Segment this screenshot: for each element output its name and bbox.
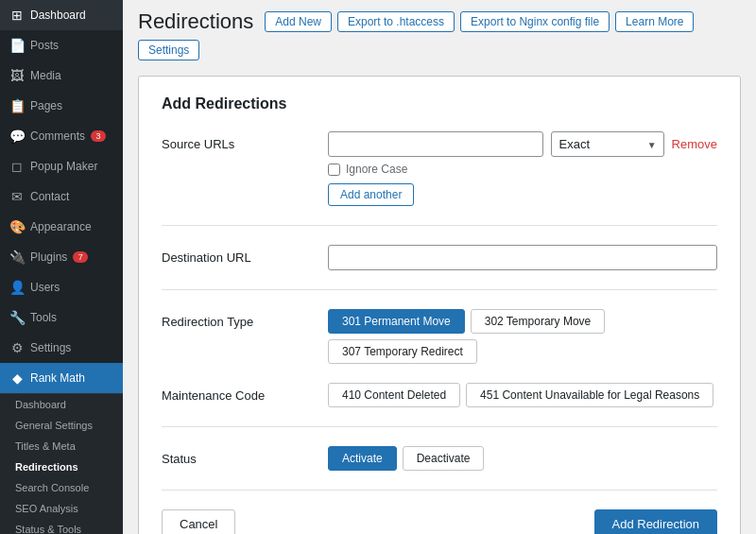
sidebar-item-media[interactable]: 🖼 Media bbox=[0, 60, 123, 91]
maintenance-code-row: Maintenance Code 410 Content Deleted 451… bbox=[162, 383, 717, 407]
media-icon: 🖼 bbox=[9, 68, 25, 83]
sidebar-item-plugins[interactable]: 🔌 Plugins 7 bbox=[0, 242, 123, 272]
card-title: Add Redirections bbox=[162, 95, 717, 112]
rank-math-submenu: Dashboard General Settings Titles & Meta… bbox=[0, 393, 123, 534]
divider-1 bbox=[162, 225, 717, 226]
deactivate-button[interactable]: Deactivate bbox=[403, 446, 485, 471]
export-htaccess-button[interactable]: Export to .htaccess bbox=[337, 11, 455, 32]
status-control: Activate Deactivate bbox=[328, 446, 717, 471]
destination-url-control bbox=[328, 245, 717, 270]
divider-2 bbox=[162, 289, 717, 290]
match-type-select[interactable]: Exact Contains Starts With Ends With Reg… bbox=[551, 131, 664, 157]
activate-button[interactable]: Activate bbox=[328, 446, 397, 471]
tools-icon: 🔧 bbox=[9, 310, 25, 325]
ignore-case-row: Ignore Case bbox=[328, 163, 717, 176]
learn-more-button[interactable]: Learn More bbox=[615, 11, 694, 32]
submenu-dashboard[interactable]: Dashboard bbox=[0, 394, 123, 415]
sidebar-item-settings[interactable]: ⚙ Settings bbox=[0, 333, 123, 363]
redirection-type-row: Redirection Type 301 Permanent Move 302 … bbox=[162, 309, 717, 364]
settings-icon: ⚙ bbox=[9, 340, 25, 355]
footer-row: Cancel Add Redirection bbox=[162, 509, 717, 534]
add-redirection-button[interactable]: Add Redirection bbox=[594, 509, 718, 534]
submenu-search-console[interactable]: Search Console bbox=[0, 477, 123, 498]
type-301-button[interactable]: 301 Permanent Move bbox=[328, 309, 465, 334]
maintenance-code-group: 410 Content Deleted 451 Content Unavaila… bbox=[328, 383, 717, 407]
page-title: Redirections bbox=[138, 9, 253, 34]
source-urls-label: Source URLs bbox=[162, 131, 313, 151]
maintenance-code-label: Maintenance Code bbox=[162, 383, 313, 403]
comments-badge: 3 bbox=[91, 130, 106, 142]
code-410-button[interactable]: 410 Content Deleted bbox=[328, 383, 460, 407]
status-group: Activate Deactivate bbox=[328, 446, 717, 471]
submenu-status[interactable]: Status & Tools bbox=[0, 519, 123, 534]
divider-4 bbox=[162, 490, 717, 491]
sidebar-item-rank-math[interactable]: ◆ Rank Math bbox=[0, 363, 123, 393]
sidebar-item-users[interactable]: 👤 Users bbox=[0, 272, 123, 302]
add-redirections-card: Add Redirections Source URLs Exact Conta… bbox=[138, 76, 741, 534]
export-nginx-button[interactable]: Export to Nginx config file bbox=[460, 11, 610, 32]
submenu-titles[interactable]: Titles & Meta bbox=[0, 436, 123, 456]
redirection-type-control: 301 Permanent Move 302 Temporary Move 30… bbox=[328, 309, 717, 364]
posts-icon: 📄 bbox=[9, 38, 25, 53]
submenu-redirections[interactable]: Redirections bbox=[0, 456, 123, 477]
plugins-icon: 🔌 bbox=[9, 250, 25, 265]
ignore-case-checkbox[interactable] bbox=[328, 164, 340, 176]
users-icon: 👤 bbox=[9, 280, 25, 295]
divider-3 bbox=[162, 426, 717, 427]
main-area: Redirections Add New Export to .htaccess… bbox=[123, 0, 756, 534]
type-302-button[interactable]: 302 Temporary Move bbox=[471, 309, 606, 334]
sidebar: ⊞ Dashboard 📄 Posts 🖼 Media 📋 Pages 💬 Co… bbox=[0, 0, 123, 534]
contact-icon: ✉ bbox=[9, 189, 25, 204]
redirection-type-group: 301 Permanent Move 302 Temporary Move 30… bbox=[328, 309, 717, 364]
source-url-inputs: Exact Contains Starts With Ends With Reg… bbox=[328, 131, 717, 157]
destination-url-label: Destination URL bbox=[162, 245, 313, 265]
content-area: Add Redirections Source URLs Exact Conta… bbox=[123, 60, 756, 534]
sidebar-item-dashboard[interactable]: ⊞ Dashboard bbox=[0, 0, 123, 30]
status-label: Status bbox=[162, 446, 313, 466]
submenu-general[interactable]: General Settings bbox=[0, 415, 123, 436]
destination-url-input[interactable] bbox=[328, 245, 717, 270]
cancel-button[interactable]: Cancel bbox=[162, 509, 235, 534]
sidebar-item-pages[interactable]: 📋 Pages bbox=[0, 91, 123, 121]
source-urls-row: Source URLs Exact Contains Starts With E… bbox=[162, 131, 717, 206]
code-451-button[interactable]: 451 Content Unavailable for Legal Reason… bbox=[466, 383, 713, 407]
popup-icon: ◻ bbox=[9, 159, 25, 174]
plugins-badge: 7 bbox=[73, 251, 88, 263]
appearance-icon: 🎨 bbox=[9, 219, 25, 234]
rank-math-icon: ◆ bbox=[9, 370, 25, 386]
page-header: Redirections Add New Export to .htaccess… bbox=[123, 0, 756, 60]
comments-icon: 💬 bbox=[9, 129, 25, 144]
sidebar-item-appearance[interactable]: 🎨 Appearance bbox=[0, 212, 123, 242]
sidebar-item-contact[interactable]: ✉ Contact bbox=[0, 181, 123, 212]
sidebar-item-comments[interactable]: 💬 Comments 3 bbox=[0, 121, 123, 151]
maintenance-code-control: 410 Content Deleted 451 Content Unavaila… bbox=[328, 383, 717, 407]
ignore-case-label[interactable]: Ignore Case bbox=[346, 163, 407, 176]
source-url-input[interactable] bbox=[328, 131, 543, 157]
sidebar-item-posts[interactable]: 📄 Posts bbox=[0, 30, 123, 60]
settings-button[interactable]: Settings bbox=[138, 40, 199, 60]
type-307-button[interactable]: 307 Temporary Redirect bbox=[328, 339, 477, 364]
remove-link[interactable]: Remove bbox=[672, 137, 717, 151]
pages-icon: 📋 bbox=[9, 98, 25, 113]
redirection-type-label: Redirection Type bbox=[162, 309, 313, 329]
add-another-button[interactable]: Add another bbox=[328, 183, 414, 206]
destination-url-row: Destination URL bbox=[162, 245, 717, 270]
match-type-select-wrapper: Exact Contains Starts With Ends With Reg… bbox=[551, 131, 664, 157]
source-urls-control: Exact Contains Starts With Ends With Reg… bbox=[328, 131, 717, 206]
dashboard-icon: ⊞ bbox=[9, 8, 25, 23]
add-new-button[interactable]: Add New bbox=[265, 11, 332, 32]
submenu-seo-analysis[interactable]: SEO Analysis bbox=[0, 498, 123, 519]
status-row: Status Activate Deactivate bbox=[162, 446, 717, 471]
sidebar-item-popup-maker[interactable]: ◻ Popup Maker bbox=[0, 151, 123, 181]
sidebar-item-tools[interactable]: 🔧 Tools bbox=[0, 302, 123, 333]
